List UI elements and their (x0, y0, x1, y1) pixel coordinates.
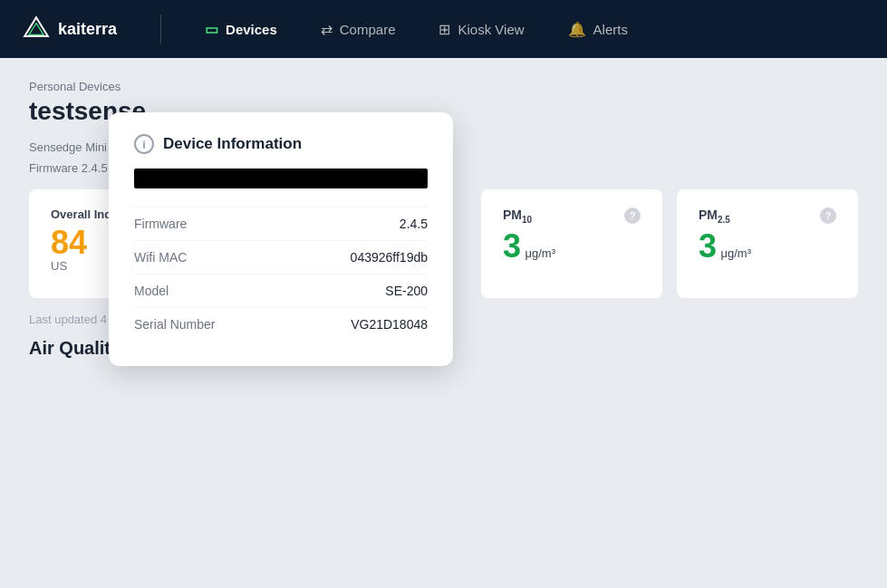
nav-item-kiosk[interactable]: ⊞ Kiosk View (431, 17, 531, 42)
kiosk-icon: ⊞ (439, 21, 450, 38)
device-subtitle: Sensedge Mini (29, 140, 107, 154)
pm10-help-icon[interactable]: ? (624, 207, 641, 224)
breadcrumb: Personal Devices (29, 80, 858, 93)
pm25-label: PM2.5 (699, 207, 730, 225)
popup-row-wifi: Wifi MAC 043926ff19db (134, 240, 428, 274)
popup-model-val: SE-200 (385, 284, 428, 298)
nav-item-compare[interactable]: ⇄ Compare (313, 17, 403, 42)
svg-marker-0 (24, 17, 48, 36)
popup-wifi-key: Wifi MAC (134, 250, 187, 265)
device-info-popup: i Device Information Firmware 2.4.5 Wifi… (109, 112, 453, 366)
pm10-value-row: 3 μg/m³ (503, 230, 641, 263)
pm10-card: PM10 ? 3 μg/m³ (481, 189, 662, 298)
popup-row-firmware: Firmware 2.4.5 (134, 207, 428, 240)
nav-item-alerts[interactable]: 🔔 Alerts (561, 17, 635, 42)
nav-item-compare-label: Compare (340, 22, 396, 37)
bell-icon: 🔔 (568, 21, 586, 38)
pm25-unit: μg/m³ (720, 246, 751, 260)
logo[interactable]: kaiterra (22, 14, 117, 43)
nav-item-devices-label: Devices (226, 22, 277, 37)
popup-model-key: Model (134, 284, 169, 298)
pm10-unit: μg/m³ (525, 246, 555, 260)
nav-item-kiosk-label: Kiosk View (458, 22, 524, 37)
popup-header: i Device Information (134, 134, 428, 154)
pm25-help-icon[interactable]: ? (820, 207, 836, 224)
navbar: kaiterra ▭ Devices ⇄ Compare ⊞ Kiosk Vie… (0, 0, 887, 58)
logo-text: kaiterra (58, 20, 117, 39)
popup-row-serial: Serial Number VG21D18048 (134, 307, 428, 341)
pm10-sub: 10 (522, 215, 532, 225)
main-content: Personal Devices testsense Sensedge Mini… (0, 58, 887, 381)
popup-title: Device Information (163, 135, 302, 153)
monitor-icon: ▭ (205, 21, 218, 38)
pm25-card: PM2.5 ? 3 μg/m³ (677, 189, 858, 298)
compare-icon: ⇄ (321, 21, 333, 38)
nav-item-devices[interactable]: ▭ Devices (198, 17, 284, 42)
pm25-value-row: 3 μg/m³ (699, 230, 836, 263)
nav-item-alerts-label: Alerts (593, 22, 628, 37)
logo-icon (22, 14, 51, 43)
popup-serial-key: Serial Number (134, 317, 215, 332)
popup-firmware-val: 2.4.5 (400, 217, 428, 231)
pm10-header: PM10 ? (503, 207, 641, 225)
pm25-header: PM2.5 ? (699, 207, 836, 225)
pm10-label: PM10 (503, 207, 532, 225)
nav-divider (160, 14, 161, 43)
popup-serial-val: VG21D18048 (351, 317, 428, 332)
pm25-value: 3 (699, 227, 717, 265)
popup-firmware-key: Firmware (134, 217, 187, 231)
popup-redacted-bar (134, 169, 428, 188)
popup-row-model: Model SE-200 (134, 274, 428, 307)
pm25-sub: 2.5 (718, 215, 730, 225)
popup-wifi-val: 043926ff19db (351, 250, 428, 265)
pm10-value: 3 (503, 227, 521, 265)
popup-info-icon: i (134, 134, 154, 154)
